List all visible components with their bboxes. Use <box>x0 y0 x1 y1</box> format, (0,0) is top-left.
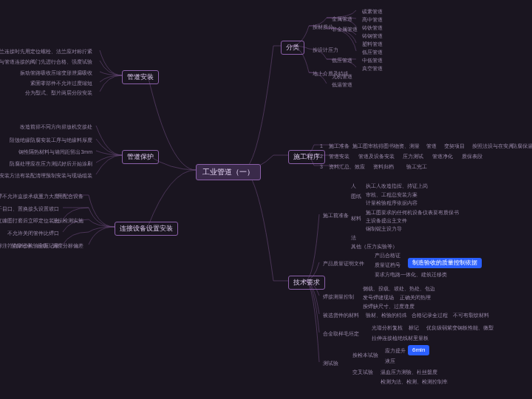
leaf: 被选货件的材料 <box>319 311 363 320</box>
leaf: 正确关闭热理 <box>396 293 434 302</box>
root-node[interactable]: 工业管道（一） <box>196 164 261 180</box>
leaf: 应力提升 <box>381 347 409 355</box>
leaf: 低压管道 <box>328 56 356 65</box>
leaf: 低温管道 <box>328 81 356 89</box>
leaf: 物资、测量 <box>390 142 423 151</box>
node-classify[interactable]: 分类 <box>281 41 304 55</box>
leaf: 产品合格证 <box>371 251 404 260</box>
leaf: 液压 <box>381 357 399 366</box>
leaf: 管道及设备安装 <box>355 152 398 161</box>
leaf: 无损检测实施 <box>49 216 87 225</box>
leaf: 紧固零部件不允许过度缩短 <box>27 79 96 88</box>
leaf: 测试验 <box>319 359 342 368</box>
node-tech[interactable]: 技术要求 <box>288 276 325 290</box>
leaf: 人 <box>347 182 360 191</box>
mindmap-canvas: 工业管道（一） 管道安装 法兰连接时先用定位螺栓、法兰应对称拧紧 与管道连接的阀… <box>0 0 532 399</box>
leaf: 其他（压力实验等） <box>347 242 401 251</box>
leaf: 管道 <box>423 142 440 151</box>
leaf: 法 <box>347 233 360 242</box>
leaf: 质保表段 <box>458 152 486 161</box>
leaf: 按检本试验 <box>349 351 382 360</box>
leaf: 产品质量证明文件 <box>319 259 368 268</box>
leaf: 改造前排不同方向排放机交接处 <box>16 123 96 132</box>
leaf: 用配合设备 <box>54 192 87 201</box>
leaf: 质量证档号 <box>371 261 404 270</box>
leaf: 非金属管道 <box>328 25 361 34</box>
leaf: 合金取样毛坯定 <box>319 330 363 338</box>
leaf: 合格记录全过程 <box>408 311 451 320</box>
leaf: 要求方电路一体化、建筑迁移类 <box>371 270 451 279</box>
node-pipe-install[interactable]: 管道安装 <box>122 70 159 84</box>
leaf: 金属管道 <box>328 15 356 24</box>
leaf: 钢性隔热材料与墙间距留出3mm <box>15 148 96 157</box>
leaf: 验工完工 <box>403 163 431 171</box>
leaf: 登録记录、后动、调度分标偏差 <box>7 242 87 250</box>
leaf: 管道安装 <box>325 152 353 161</box>
leaf: 压力测试 <box>399 152 427 161</box>
leaf: 与管道连接的阀门先进行合格、强度试验 <box>0 58 96 66</box>
leaf: 发号焊缝现场 <box>359 293 398 302</box>
leaf: 资料归档 <box>369 163 398 171</box>
leaf: 分为型式、型片两层分段安装 <box>21 89 96 98</box>
node-weld-install[interactable]: 连接设备设置安装 <box>115 222 178 236</box>
leaf: 管道净化 <box>429 152 457 161</box>
leaf: 交叉试验 <box>349 368 377 377</box>
leaf: 铜制铌主设力导 <box>362 225 406 233</box>
leaf: 焊接测量控制 <box>319 293 358 301</box>
leaf: 变契项目 <box>440 142 468 151</box>
leaf: 按设计压力 <box>309 46 342 55</box>
leaf: 阻蚀绝缘防腐安装工序与绝缘料厚度 <box>6 136 96 145</box>
leaf: 执工人改造指挥、持证上岗 <box>362 182 432 191</box>
callout-tag[interactable]: 制造验收的质量控制依据 <box>408 258 482 268</box>
leaf: 振动管路吸收压缩变形泄漏吸收 <box>16 69 96 78</box>
leaf: 侧载、投载、坡处、热处、包边 <box>359 284 439 293</box>
leaf: 拉伸连接植绝线材里量板 <box>368 334 432 343</box>
leaf: 不可有裂纹材料 <box>449 311 493 320</box>
leaf: 法兰连接时先用定位螺栓、法兰应对称拧紧 <box>0 47 96 56</box>
leaf: 光谱分析复核 <box>368 324 406 332</box>
node-pipe-protect[interactable]: 管道保护 <box>122 150 159 164</box>
leaf: 不允许关闭管件比焊口 <box>4 229 63 238</box>
leaf: 资料汇总、效应 <box>325 163 369 171</box>
leaf: 安装方法有装配清理预制安装与现场组装 <box>0 171 96 180</box>
duration-tag[interactable]: 6min <box>408 345 429 355</box>
leaf: 计量检验程序依据内容 <box>362 199 421 208</box>
leaf: 按焊缺尺寸、过度逢度 <box>359 302 418 311</box>
leaf: 防腐保温 <box>508 142 532 151</box>
leaf: 验材、检验的特殊 <box>362 311 411 320</box>
leaf: 真空管道 <box>358 64 386 73</box>
leaf: 标记 <box>405 324 423 332</box>
leaf: 防腐处理应在压力测試好后开始涂刷 <box>6 160 96 168</box>
leaf: 温血压力测验、杜丝盤度 <box>377 368 441 377</box>
leaf: 优良级弱紫变钢板性能、微型 <box>423 324 497 332</box>
leaf: 检测为法、检测、检测控制率 <box>377 378 451 386</box>
leaf: 不允许为千目口、置换接头设置坡口 <box>0 205 63 214</box>
